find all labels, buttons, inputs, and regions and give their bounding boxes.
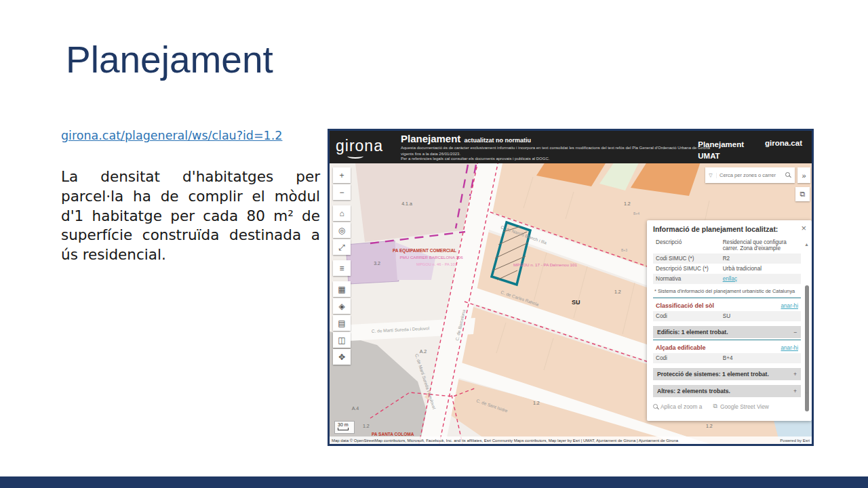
expand-icon[interactable]: + xyxy=(793,371,797,378)
legend-button[interactable]: ≡ xyxy=(333,260,351,276)
header-app-name: Planejament xyxy=(698,139,744,150)
zoom-out-button[interactable]: − xyxy=(333,184,351,200)
section-header-label: Altres: 2 elements trobats. xyxy=(657,388,730,394)
close-icon[interactable]: × xyxy=(801,224,806,232)
map-app-header: girona Planejamentactualitzat no normati… xyxy=(330,131,812,163)
row-label: Descripció SIMUC (*) xyxy=(656,266,723,272)
street-view-label: Google Street View xyxy=(720,403,769,410)
header-right-app: Planejament UMAT xyxy=(698,139,744,163)
presentation-slide: Planejament girona.cat/plageneral/ws/cla… xyxy=(0,0,868,488)
app-title-main: Planejament xyxy=(401,133,460,144)
zoom-in-button[interactable]: + xyxy=(333,167,351,183)
panel-footnote: * Sistema d'informació del planejament u… xyxy=(654,288,801,294)
height-code-label: B+4 xyxy=(633,211,639,216)
zone-label: 1.2 xyxy=(624,201,631,206)
home-button[interactable]: ⌂ xyxy=(333,205,351,221)
row-label: Codi xyxy=(656,355,723,361)
zone-label: 4.1.a xyxy=(401,201,412,206)
extent-button[interactable]: ⤢ xyxy=(333,239,351,255)
row-value: Residencial que configura carrer. Zona d… xyxy=(723,239,798,251)
scale-tick xyxy=(338,428,349,430)
table-row: Codi SIMUC (*) R2 xyxy=(653,253,801,264)
proteccio-section-header[interactable]: Protecció de sistemes: 1 element trobat.… xyxy=(653,368,801,380)
row-value: B+4 xyxy=(723,355,798,361)
section-title: Alçada edificable xyxy=(656,344,706,351)
disclaimer-line-1: Aquesta documentació és de caràcter excl… xyxy=(401,145,719,157)
pan-button[interactable]: ✥ xyxy=(333,349,351,365)
zone-label: A.2 xyxy=(420,349,427,354)
goto-link[interactable]: anar-hi xyxy=(781,345,799,351)
panel-actions: Aplica el zoom a ⧉ Google Street View xyxy=(653,403,801,410)
pa-label: PA SANTA COLOMA xyxy=(372,432,414,436)
divider xyxy=(653,340,801,340)
zoom-icon xyxy=(653,404,658,409)
app-title: Planejamentactualitzat no normatiu xyxy=(401,133,531,145)
zone-label: 1.2 xyxy=(533,401,540,405)
source-link[interactable]: girona.cat/plageneral/ws/clau?id=1.2 xyxy=(61,129,282,142)
panel-title: Informació de planejament localitzat: xyxy=(653,225,801,233)
row-label: Codi SIMUC (*) xyxy=(656,256,723,262)
header-site-name: girona.cat xyxy=(765,139,802,147)
zone-label: 3.2 xyxy=(374,261,380,266)
search-icon[interactable] xyxy=(785,172,790,177)
table-row: Descripció Residencial que configura car… xyxy=(653,237,801,253)
copy-pages-icon[interactable]: ⧉ xyxy=(795,187,810,201)
search-filter-dropdown[interactable]: ▽ xyxy=(705,173,717,178)
locate-button[interactable]: ◎ xyxy=(333,222,351,238)
row-value: Urbà tradicional xyxy=(723,266,798,272)
section-header-label: Protecció de sistemes: 1 element trobat. xyxy=(657,371,769,378)
table-row: Codi B+4 xyxy=(653,353,801,363)
powered-by-text: Powered by Esri xyxy=(780,439,810,443)
pmu-label: PMU CARRER BARCELONA 106 xyxy=(399,255,463,260)
scroll-down-icon[interactable]: ▼ xyxy=(804,390,809,395)
row-value: R2 xyxy=(723,256,798,262)
table-row: Normativa enllaç xyxy=(653,274,801,284)
page-title: Planejament xyxy=(66,38,273,81)
row-label: Codi xyxy=(656,313,723,319)
scale-label: 30 m xyxy=(338,422,349,427)
height-code-label: B+3 xyxy=(621,248,627,252)
print-button[interactable]: ▤ xyxy=(333,315,351,331)
basemap-button[interactable]: ▦ xyxy=(333,281,351,297)
collapse-icon[interactable]: − xyxy=(793,329,797,336)
altres-section-header[interactable]: Altres: 2 elements trobats. + xyxy=(653,385,801,397)
su-label: SU xyxy=(572,299,580,306)
street-view-action[interactable]: ⧉ Google Street View xyxy=(713,403,768,410)
search-bar: ▽ xyxy=(705,167,795,183)
scroll-up-icon[interactable]: ▲ xyxy=(804,242,809,247)
map-canvas[interactable]: 4.1.a 3.2 PA EQUIPAMENT COMERCIAL PMU CA… xyxy=(330,163,812,444)
table-row: Codi SU xyxy=(653,311,801,321)
attribution-text: Map data © OpenStreetMap contributors, M… xyxy=(332,439,678,443)
edificis-section-header[interactable]: Edificis: 1 element trobat. − xyxy=(653,326,801,338)
apply-zoom-action[interactable]: Aplica el zoom a xyxy=(653,403,702,410)
map-toolbar: + − ⌂ ◎ ⤢ ≡ ▦ ◈ ▤ ◫ ✥ xyxy=(333,167,351,365)
mpgou-label: MPGOU n. 46 - PA 101 xyxy=(416,262,457,266)
zone-label: 1.2 xyxy=(706,424,713,428)
section-alcada: Alçada edificable anar-hi xyxy=(653,342,801,353)
apply-zoom-label: Aplica el zoom a xyxy=(660,403,702,410)
measure-button[interactable]: ◫ xyxy=(333,332,351,348)
section-header-label: Edificis: 1 element trobat. xyxy=(657,329,728,336)
row-label: Normativa xyxy=(656,276,723,282)
body-text: La densitat d'habitatges per parcel·la h… xyxy=(61,167,320,265)
divider xyxy=(653,298,801,298)
normativa-link[interactable]: enllaç xyxy=(723,276,798,282)
header-org-name: UMAT xyxy=(698,150,744,162)
row-label: Descripció xyxy=(656,239,723,245)
zone-label: 1.2 xyxy=(614,289,621,294)
search-input[interactable] xyxy=(717,172,783,178)
scale-bar: 30 m xyxy=(334,421,355,434)
expand-tools-button[interactable]: » xyxy=(797,167,810,183)
layers-button[interactable]: ◈ xyxy=(333,298,351,314)
info-panel: Informació de planejament localitzat: × … xyxy=(647,220,812,421)
zone-label: A.4 xyxy=(352,406,359,411)
expand-icon[interactable]: + xyxy=(793,388,797,394)
attribution-bar: Map data © OpenStreetMap contributors, M… xyxy=(330,436,812,444)
map-screenshot: girona Planejamentactualitzat no normati… xyxy=(328,129,814,446)
goto-link[interactable]: anar-hi xyxy=(781,303,799,309)
section-classificacio: Classificació del sòl anar-hi xyxy=(653,300,801,311)
section-title: Classificació del sòl xyxy=(656,302,714,309)
row-value: SU xyxy=(723,313,798,319)
slide-footer-bar xyxy=(0,476,868,488)
disclaimer-line-2: Per a referències legals cal consultar e… xyxy=(401,156,719,162)
